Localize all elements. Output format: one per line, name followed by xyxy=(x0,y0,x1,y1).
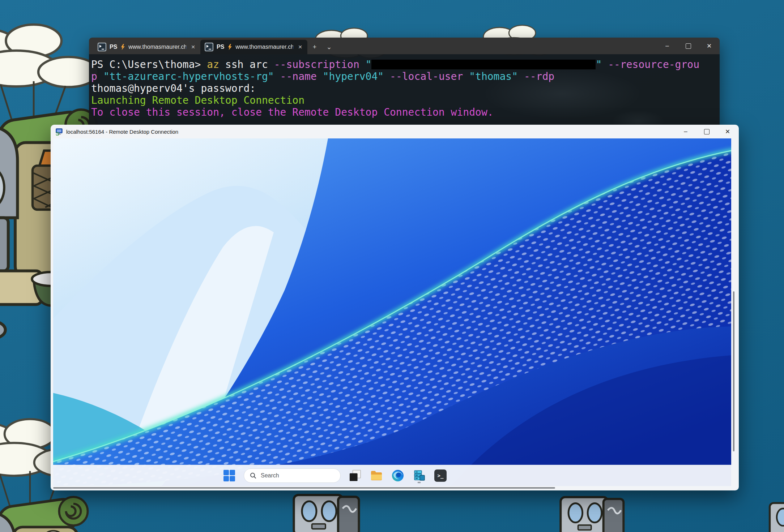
lightning-icon xyxy=(227,44,232,50)
file-explorer-icon[interactable] xyxy=(370,468,383,484)
search-box[interactable]: Search xyxy=(244,468,341,483)
horizontal-scrollbar-thumb[interactable] xyxy=(53,487,555,489)
windows-terminal-icon[interactable]: >_ xyxy=(434,468,447,484)
folder-glyph xyxy=(370,469,383,482)
task-view-icon[interactable] xyxy=(348,468,362,484)
value-resource-group: "tt-azurearc-hypervhosts-rg" xyxy=(103,70,274,82)
robot-wallpaper-bottom-right xyxy=(537,494,642,532)
maximize-button[interactable] xyxy=(696,125,717,138)
close-button[interactable]: ✕ xyxy=(699,38,720,54)
vertical-scrollbar-thumb[interactable] xyxy=(733,291,734,451)
terminal-glyph: >_ xyxy=(434,469,447,482)
value-local-user: "thomas" xyxy=(469,70,518,82)
rdp-title-bar[interactable]: localhost:56164 - Remote Desktop Connect… xyxy=(51,125,739,138)
tab-title: www.thomasmaurer.ch xyxy=(128,44,186,50)
prompt-text: PS C:\Users\thoma> xyxy=(91,59,207,70)
minimize-button[interactable]: – xyxy=(657,38,678,54)
tab-close-icon[interactable]: ✕ xyxy=(297,43,304,51)
robot-wallpaper-corner xyxy=(749,501,784,532)
param-subscription: --subscription xyxy=(274,59,366,70)
tab-dropdown-button[interactable]: ⌄ xyxy=(322,40,336,54)
maximize-button[interactable] xyxy=(678,38,699,54)
quote: " xyxy=(596,59,602,70)
param-resource-group: --resource-grou xyxy=(602,59,699,70)
edge-glyph xyxy=(391,469,404,482)
search-icon xyxy=(250,472,256,479)
value-name: "hyperv04" xyxy=(323,70,384,82)
start-button[interactable] xyxy=(222,468,236,484)
terminal-window: PS www.thomasmaurer.ch ✕ PS www.thomasma… xyxy=(89,38,720,132)
command-args: ssh arc xyxy=(219,59,274,70)
edge-browser-icon[interactable] xyxy=(391,468,405,484)
rdp-vertical-scrollbar[interactable] xyxy=(731,138,736,486)
param-name: --name xyxy=(274,70,323,82)
terminal-line-launching: Launching Remote Desktop Connection xyxy=(91,94,720,106)
powershell-icon xyxy=(98,43,106,51)
terminal-line-close-hint: To close this session, close the Remote … xyxy=(91,106,720,118)
terminal-line: PS C:\Users\thoma> az ssh arc --subscrip… xyxy=(91,59,720,70)
rdp-caption-buttons: – ✕ xyxy=(675,125,738,138)
tab-shell-label: PS xyxy=(110,44,117,50)
minimize-button[interactable]: – xyxy=(675,125,696,138)
rdp-window: localhost:56164 - Remote Desktop Connect… xyxy=(51,125,739,490)
desktop: PS www.thomasmaurer.ch ✕ PS www.thomasma… xyxy=(0,0,784,532)
rdp-horizontal-scrollbar[interactable] xyxy=(53,486,731,489)
search-placeholder: Search xyxy=(261,472,279,479)
terminal-tab-2-active[interactable]: PS www.thomasmaurer.ch ✕ xyxy=(200,40,307,54)
maximize-icon xyxy=(686,43,691,49)
new-tab-button[interactable]: + xyxy=(307,40,322,54)
running-indicator xyxy=(418,482,421,483)
server-manager-glyph xyxy=(413,469,426,482)
tab-close-icon[interactable]: ✕ xyxy=(189,43,197,51)
quote: " xyxy=(366,59,372,70)
tab-shell-label: PS xyxy=(217,44,224,50)
remote-desktop-icon xyxy=(55,128,63,136)
terminal-tab-bar: PS www.thomasmaurer.ch ✕ PS www.thomasma… xyxy=(89,38,720,54)
robot-wallpaper-bottom-center xyxy=(269,492,378,532)
param-local-user: --local-user xyxy=(384,70,469,82)
terminal-line-password-prompt: thomas@hyperv04's password: xyxy=(91,82,720,94)
maximize-icon xyxy=(704,129,710,134)
remote-taskbar: Search xyxy=(53,465,731,486)
param-rdp: --rdp xyxy=(518,70,554,82)
powershell-icon xyxy=(205,43,213,51)
lightning-icon xyxy=(120,44,125,50)
server-manager-icon[interactable] xyxy=(412,468,426,484)
terminal-tab-1[interactable]: PS www.thomasmaurer.ch ✕ xyxy=(93,40,200,54)
terminal-output: PS C:\Users\thoma> az ssh arc --subscrip… xyxy=(89,54,720,132)
command-az: az xyxy=(207,59,219,70)
win11-bloom-wallpaper xyxy=(53,138,731,486)
redacted-subscription-id xyxy=(371,60,596,69)
tab-title: www.thomasmaurer.ch xyxy=(235,44,293,50)
param-wrap: p xyxy=(91,70,103,82)
close-button[interactable]: ✕ xyxy=(717,125,738,138)
task-view-glyph xyxy=(349,469,361,482)
terminal-caption-buttons: – ✕ xyxy=(657,38,720,54)
terminal-line: p "tt-azurearc-hypervhosts-rg" --name "h… xyxy=(91,70,720,82)
rdp-window-title: localhost:56164 - Remote Desktop Connect… xyxy=(66,129,178,135)
remote-desktop-viewport: Search xyxy=(53,138,731,486)
windows-logo-icon xyxy=(223,470,235,481)
